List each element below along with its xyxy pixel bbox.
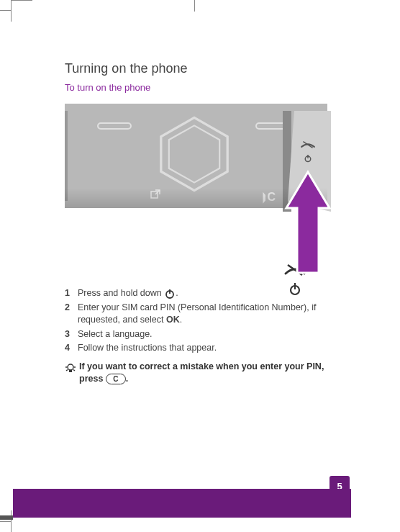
footer-bar xyxy=(13,489,351,518)
section-subtitle: To turn on the phone xyxy=(65,82,345,93)
svg-marker-0 xyxy=(161,117,227,190)
step-text: Follow the instructions that appear. xyxy=(78,342,345,355)
page-content: Turning on the phone To turn on the phon… xyxy=(65,61,345,386)
tip-text: If you want to correct a mistake when yo… xyxy=(79,361,345,386)
svg-rect-12 xyxy=(69,370,72,372)
svg-line-16 xyxy=(73,369,75,371)
step-number: 1 xyxy=(65,287,78,300)
phone-slot-icon xyxy=(97,122,132,130)
step-text: Enter your SIM card PIN (Personal Identi… xyxy=(78,302,345,327)
power-icon xyxy=(164,288,176,299)
phone-illustration: C xyxy=(65,104,327,208)
list-item: 4 Follow the instructions that appear. xyxy=(65,342,345,355)
step-number: 2 xyxy=(65,302,78,327)
list-item: 3 Select a language. xyxy=(65,328,345,341)
page-title: Turning on the phone xyxy=(65,61,345,76)
svg-point-11 xyxy=(68,364,73,370)
up-arrow-icon xyxy=(283,168,333,276)
svg-marker-1 xyxy=(169,125,219,182)
tip-note: If you want to correct a mistake when yo… xyxy=(65,361,345,386)
hexagon-icon xyxy=(151,114,237,194)
lightbulb-icon xyxy=(65,361,79,386)
list-item: 2 Enter your SIM card PIN (Personal Iden… xyxy=(65,302,345,327)
svg-line-15 xyxy=(66,369,68,371)
step-number: 4 xyxy=(65,342,78,355)
step-text: Select a language. xyxy=(78,328,345,341)
c-key-icon: C xyxy=(106,374,126,384)
power-key-panel-icon xyxy=(297,140,319,166)
step-number: 3 xyxy=(65,328,78,341)
